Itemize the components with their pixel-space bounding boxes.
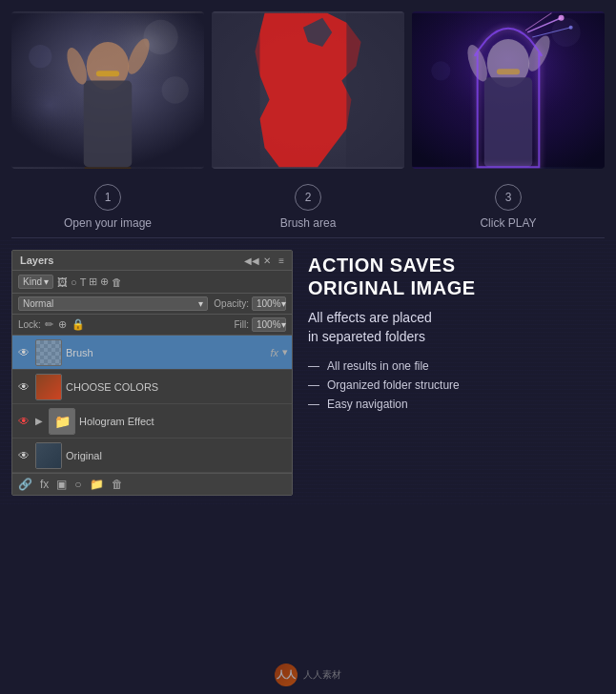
lock-all-icon[interactable]: 🔒 <box>72 318 85 331</box>
preview-image-1 <box>11 11 204 169</box>
svg-rect-27 <box>497 69 520 74</box>
bottom-section: Layers ◀◀ ✕ ≡ Kind ▾ 🖼 ○ T ⊞ ⊕ 🗑 <box>0 238 616 507</box>
lock-pixels-icon[interactable]: ✏ <box>45 318 53 331</box>
right-info: ACTION SAVESORIGINAL IMAGE All effects a… <box>308 250 605 496</box>
add-style-icon[interactable]: fx <box>40 478 49 491</box>
adjustment-icon[interactable]: ○ <box>71 276 77 288</box>
layers-lock-row: Lock: ✏ ⊕ 🔒 Fill: 100% ▾ <box>12 315 292 336</box>
layer-brush-thumb <box>35 339 62 366</box>
svg-point-25 <box>559 15 565 21</box>
layer-hologram-visibility[interactable]: 👁 <box>16 414 31 429</box>
svg-point-17 <box>431 61 450 80</box>
step-1-label: Open your image <box>64 216 152 230</box>
add-mask-icon[interactable]: ▣ <box>56 478 67 491</box>
fill-group: Fill: 100% ▾ <box>234 317 286 332</box>
step-3: 3 Click PLAY <box>412 184 605 230</box>
layer-brush[interactable]: 👁 Brush fx ▾ <box>12 336 292 370</box>
step-3-circle: 3 <box>495 184 522 211</box>
smart-object-icon[interactable]: ⊕ <box>100 276 109 288</box>
watermark: 人人 人人素材 <box>275 663 341 686</box>
bullet-item-3: — Easy navigation <box>308 398 605 411</box>
layer-brush-visibility[interactable]: 👁 <box>16 345 31 360</box>
svg-rect-13 <box>346 13 404 168</box>
layers-mode-row: Normal ▾ Opacity: 100% ▾ <box>12 294 292 315</box>
fill-label: Fill: <box>234 319 249 330</box>
svg-point-5 <box>162 76 189 103</box>
pixel-layer-icon[interactable]: 🖼 <box>57 276 68 288</box>
layer-hologram-name: Hologram Effect <box>79 416 288 427</box>
blend-mode-dropdown[interactable]: Normal ▾ <box>18 296 208 311</box>
svg-rect-19 <box>484 77 533 167</box>
step-2-circle: 2 <box>295 184 321 211</box>
layers-kind-row: Kind ▾ 🖼 ○ T ⊞ ⊕ 🗑 <box>12 271 292 294</box>
preview-section <box>0 0 616 176</box>
svg-point-16 <box>551 18 580 47</box>
delete-layer-icon[interactable]: 🗑 <box>112 478 123 491</box>
layers-panel-header: Layers ◀◀ ✕ ≡ <box>12 251 292 271</box>
trash-icon[interactable]: 🗑 <box>112 276 122 288</box>
shape-icon[interactable]: ⊞ <box>89 276 97 288</box>
lock-icons: ✏ ⊕ 🔒 <box>45 318 231 331</box>
opacity-input[interactable]: 100% ▾ <box>252 296 286 311</box>
watermark-logo: 人人 <box>275 663 298 686</box>
step-2: 2 Brush area <box>212 184 404 230</box>
layers-panel: Layers ◀◀ ✕ ≡ Kind ▾ 🖼 ○ T ⊞ ⊕ 🗑 <box>11 250 293 496</box>
step-3-label: Click PLAY <box>480 216 536 230</box>
svg-rect-10 <box>96 71 119 76</box>
step-1-circle: 1 <box>94 184 121 211</box>
create-group-icon[interactable]: 📁 <box>90 478 104 491</box>
svg-point-26 <box>569 26 573 30</box>
layer-choose-colors-name: CHOOSE COLORS <box>66 381 288 393</box>
bullet-list: — All results in one file — Organized fo… <box>308 359 605 411</box>
kind-dropdown[interactable]: Kind ▾ <box>18 275 53 289</box>
svg-point-4 <box>29 45 51 68</box>
watermark-text: 人人素材 <box>303 668 341 682</box>
layers-header-controls[interactable]: ◀◀ ✕ ≡ <box>244 255 284 266</box>
preview-image-3 <box>412 11 605 169</box>
layer-brush-fx: fx <box>270 347 278 358</box>
bullet-item-2: — Organized folder structure <box>308 378 605 392</box>
action-title: ACTION SAVESORIGINAL IMAGE <box>308 254 605 299</box>
lock-position-icon[interactable]: ⊕ <box>58 318 67 331</box>
type-icon[interactable]: T <box>80 276 87 288</box>
layer-choose-colors-thumb <box>35 374 62 400</box>
step-labels: 1 Open your image 2 Brush area 3 Click P… <box>0 176 616 237</box>
layer-original[interactable]: 👁 Original <box>12 439 292 473</box>
lock-label: Lock: <box>18 319 41 330</box>
layers-panel-title: Layers <box>20 255 53 266</box>
link-layers-icon[interactable]: 🔗 <box>18 478 32 491</box>
svg-rect-12 <box>212 13 260 168</box>
layer-brush-name: Brush <box>66 347 266 358</box>
layer-hologram-effect[interactable]: 👁 ▶ 📁 Hologram Effect <box>12 404 292 439</box>
fill-input[interactable]: 100% ▾ <box>252 317 286 332</box>
layer-hologram-thumb: 📁 <box>49 408 75 435</box>
opacity-label: Opacity: <box>214 298 249 309</box>
layer-original-name: Original <box>66 450 288 461</box>
step-1: 1 Open your image <box>11 184 204 230</box>
kind-filter-icons: 🖼 ○ T ⊞ ⊕ 🗑 <box>57 276 122 288</box>
layer-brush-dropdown[interactable]: ▾ <box>282 346 288 358</box>
layer-original-thumb <box>35 442 62 469</box>
layers-toolbar: 🔗 fx ▣ ○ 📁 🗑 <box>12 473 292 495</box>
preview-image-2 <box>212 11 404 169</box>
layer-original-visibility[interactable]: 👁 <box>16 448 31 463</box>
bullet-item-1: — All results in one file <box>308 359 605 373</box>
create-adjustment-icon[interactable]: ○ <box>74 478 81 491</box>
layer-choose-colors-visibility[interactable]: 👁 <box>16 379 31 395</box>
svg-rect-7 <box>84 80 133 167</box>
layer-group-expand[interactable]: ▶ <box>35 416 43 426</box>
opacity-group: Opacity: 100% ▾ <box>214 296 286 311</box>
layer-choose-colors[interactable]: 👁 CHOOSE COLORS <box>12 370 292 404</box>
step-2-label: Brush area <box>280 216 337 230</box>
action-subtitle: All effects are placedin separeted folde… <box>308 309 605 346</box>
